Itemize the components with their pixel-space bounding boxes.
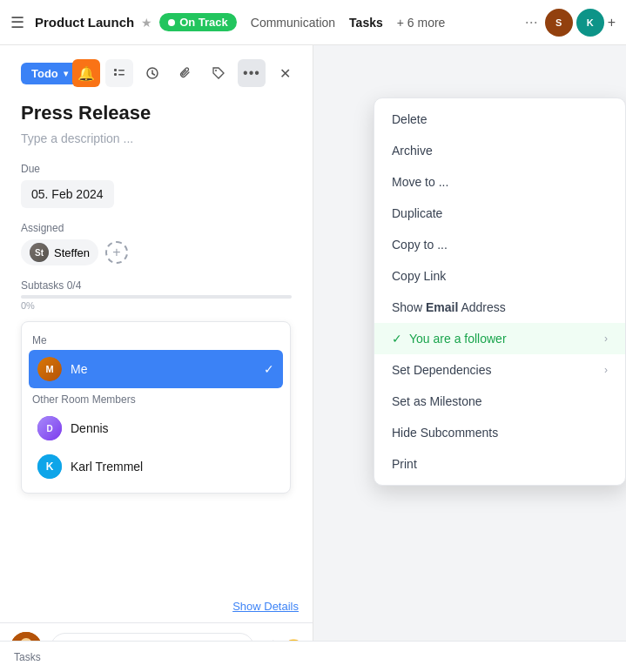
todo-button[interactable]: Todo ▾ bbox=[21, 63, 78, 84]
menu-delete-label: Delete bbox=[392, 112, 427, 126]
assigned-label: Assigned bbox=[21, 222, 292, 234]
nav-tasks[interactable]: Tasks bbox=[349, 16, 383, 30]
avatar-user2[interactable]: K bbox=[576, 9, 604, 37]
status-dot bbox=[168, 19, 175, 26]
avatar-user1[interactable]: S bbox=[545, 9, 573, 37]
assigned-row: St Steffen + bbox=[21, 239, 292, 265]
task-panel: Todo ▾ 🔔 bbox=[0, 45, 313, 672]
menu-item-duplicate[interactable]: Duplicate bbox=[374, 198, 625, 229]
svg-rect-1 bbox=[118, 70, 125, 71]
follower-item-karl[interactable]: K Karl Tremmel bbox=[29, 447, 283, 486]
task-title: Press Release bbox=[21, 102, 292, 124]
clock-icon[interactable] bbox=[138, 59, 166, 87]
bottom-tab-tasks[interactable]: Tasks bbox=[14, 651, 41, 663]
status-badge[interactable]: On Track bbox=[159, 13, 237, 31]
subtasks-label: Subtasks 0/4 bbox=[21, 279, 292, 292]
progress-percentage: 0% bbox=[21, 300, 292, 311]
menu-print-label: Print bbox=[392, 457, 417, 471]
app-title: Product Launch bbox=[35, 15, 134, 30]
more-options-icon[interactable]: ••• bbox=[238, 59, 266, 87]
todo-chevron-icon: ▾ bbox=[64, 69, 68, 78]
task-description[interactable]: Type a description ... bbox=[21, 131, 292, 145]
bell-icon[interactable]: 🔔 bbox=[72, 59, 100, 87]
menu-follower-arrow: › bbox=[604, 333, 608, 345]
context-menu: Delete Archive Move to ... Duplicate Cop… bbox=[374, 97, 626, 486]
svg-rect-0 bbox=[114, 69, 117, 71]
paperclip-icon[interactable] bbox=[172, 59, 199, 87]
menu-item-copy-link[interactable]: Copy Link bbox=[374, 260, 625, 292]
menu-item-archive[interactable]: Archive bbox=[374, 135, 625, 166]
menu-item-delete[interactable]: Delete bbox=[374, 104, 625, 135]
avatar-group: S K + bbox=[545, 9, 616, 37]
menu-item-hide-subcomments[interactable]: Hide Subcomments bbox=[374, 417, 625, 448]
tag-icon[interactable] bbox=[205, 59, 232, 87]
follower-karl-avatar: K bbox=[37, 454, 62, 479]
menu-show-email-label: Show Email Address bbox=[392, 300, 506, 314]
menu-item-dependencies[interactable]: Set Dependencies › bbox=[374, 354, 625, 386]
menu-copy-to-label: Copy to ... bbox=[392, 238, 448, 252]
svg-rect-3 bbox=[118, 74, 125, 76]
nav-more[interactable]: + 6 more bbox=[397, 16, 446, 30]
due-value[interactable]: 05. Feb 2024 bbox=[21, 180, 114, 208]
progress-bar-background bbox=[21, 295, 292, 299]
follower-dennis-name: Dennis bbox=[71, 421, 109, 435]
follower-me-avatar: M bbox=[37, 357, 62, 381]
menu-follower-check: ✓ bbox=[392, 332, 402, 346]
topbar: ☰ Product Launch ★ On Track Communicatio… bbox=[0, 0, 626, 45]
menu-item-follower[interactable]: ✓ You are a follower › bbox=[374, 323, 625, 354]
menu-follower-label: You are a follower bbox=[409, 332, 507, 346]
menu-duplicate-label: Duplicate bbox=[392, 206, 442, 220]
task-toolbar: 🔔 bbox=[72, 59, 299, 87]
menu-hide-subcomments-label: Hide Subcomments bbox=[392, 426, 498, 440]
follower-item-dennis[interactable]: D Dennis bbox=[29, 409, 283, 447]
task-list-icon[interactable] bbox=[105, 59, 133, 87]
menu-move-label: Move to ... bbox=[392, 175, 448, 189]
menu-dependencies-arrow: › bbox=[604, 364, 608, 376]
follower-me-section: Me bbox=[32, 334, 279, 346]
nav-communication[interactable]: Communication bbox=[251, 16, 335, 30]
add-assignee-button[interactable]: + bbox=[105, 241, 128, 264]
due-label: Due bbox=[21, 163, 292, 175]
follower-others-section: Other Room Members bbox=[32, 393, 279, 406]
hamburger-icon[interactable]: ☰ bbox=[10, 13, 24, 32]
menu-item-move-to[interactable]: Move to ... bbox=[374, 166, 625, 198]
svg-point-7 bbox=[215, 70, 217, 71]
svg-rect-2 bbox=[114, 73, 117, 76]
star-icon[interactable]: ★ bbox=[141, 16, 152, 30]
menu-item-copy-to[interactable]: Copy to ... bbox=[374, 229, 625, 260]
follower-karl-name: Karl Tremmel bbox=[71, 460, 143, 474]
follower-item-me[interactable]: M Me ✓ bbox=[29, 350, 283, 388]
add-member-button[interactable]: + bbox=[608, 15, 616, 30]
menu-item-print[interactable]: Print bbox=[374, 448, 625, 480]
close-icon[interactable]: ✕ bbox=[271, 59, 299, 87]
follower-dennis-avatar: D bbox=[37, 416, 62, 440]
menu-item-show-email[interactable]: Show Email Address bbox=[374, 292, 625, 323]
menu-copy-link-label: Copy Link bbox=[392, 269, 446, 283]
assigned-section: Assigned St Steffen + bbox=[21, 222, 292, 265]
assignee-avatar: St bbox=[30, 243, 49, 262]
follower-dropdown: Me M Me ✓ Other Room Members D Dennis K … bbox=[21, 321, 291, 494]
topbar-more-icon[interactable]: ··· bbox=[525, 13, 538, 31]
show-details-link[interactable]: Show Details bbox=[232, 600, 299, 613]
follower-me-name: Me bbox=[71, 362, 87, 376]
topbar-nav: Communication Tasks + 6 more bbox=[251, 16, 518, 30]
main-content: Todo ▾ 🔔 bbox=[0, 45, 626, 672]
menu-milestone-label: Set as Milestone bbox=[392, 394, 482, 408]
assignee-chip[interactable]: St Steffen bbox=[21, 239, 98, 265]
assignee-name: Steffen bbox=[54, 246, 90, 259]
todo-label: Todo bbox=[31, 67, 58, 80]
bottom-tabs: Tasks bbox=[0, 641, 626, 672]
status-label: On Track bbox=[179, 16, 228, 29]
menu-archive-label: Archive bbox=[392, 144, 433, 158]
follower-me-check: ✓ bbox=[264, 362, 274, 376]
svg-line-6 bbox=[152, 74, 155, 76]
menu-item-milestone[interactable]: Set as Milestone bbox=[374, 386, 625, 417]
menu-dependencies-label: Set Dependencies bbox=[392, 363, 491, 377]
